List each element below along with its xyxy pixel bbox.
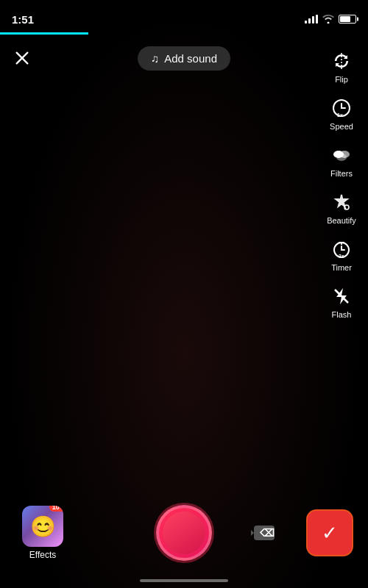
status-time: 1:51 <box>12 13 34 26</box>
timer-label: Timer <box>331 263 352 272</box>
flip-label: Flip <box>335 75 348 84</box>
right-toolbar: Flip 1x Speed Filters <box>322 44 361 323</box>
signal-icon <box>305 15 318 24</box>
status-bar: 1:51 <box>0 0 368 32</box>
filters-icon <box>329 143 354 168</box>
speed-button[interactable]: 1x Speed <box>322 91 361 135</box>
delete-icon: ⌫ <box>251 523 277 543</box>
filters-button[interactable]: Filters <box>322 138 361 182</box>
svg-text:3s: 3s <box>339 254 344 259</box>
flip-icon <box>329 49 354 74</box>
filters-label: Filters <box>330 169 353 178</box>
music-note-icon: ♫ <box>151 52 159 65</box>
recording-progress-bar <box>0 32 88 35</box>
effects-label: Effects <box>29 550 56 560</box>
flash-icon <box>329 284 354 309</box>
speed-icon: 1x <box>329 96 354 121</box>
top-controls-bar: ♫ Add sound <box>0 40 368 76</box>
svg-text:1x: 1x <box>337 112 343 118</box>
flash-label: Flash <box>332 310 352 319</box>
wifi-icon <box>322 15 334 24</box>
flash-button[interactable]: Flash <box>322 279 361 323</box>
record-button[interactable] <box>156 505 212 561</box>
beautify-button[interactable]: Beautify <box>322 185 361 229</box>
home-indicator <box>140 579 228 582</box>
delete-clip-button[interactable]: ⌫ <box>249 517 280 548</box>
svg-marker-18 <box>251 530 254 536</box>
timer-button[interactable]: 3s Timer <box>322 232 361 276</box>
effects-button[interactable]: 😊 10+ Effects <box>22 506 63 560</box>
effects-thumbnail: 😊 10+ <box>22 506 63 547</box>
flip-button[interactable]: Flip <box>322 44 361 88</box>
status-icons <box>305 15 356 24</box>
bottom-bar: 😊 10+ Effects ⌫ ✓ <box>0 500 368 566</box>
add-sound-button[interactable]: ♫ Add sound <box>138 46 230 71</box>
checkmark-icon: ✓ <box>322 522 338 545</box>
beautify-icon <box>329 190 354 215</box>
confirm-button[interactable]: ✓ <box>306 509 353 556</box>
battery-icon <box>339 15 356 24</box>
svg-text:⌫: ⌫ <box>259 527 275 539</box>
speed-label: Speed <box>330 122 353 131</box>
effects-badge: 10+ <box>49 506 63 512</box>
timer-icon: 3s <box>329 237 354 262</box>
add-sound-label: Add sound <box>164 52 217 65</box>
close-button[interactable] <box>9 45 35 71</box>
svg-point-7 <box>336 154 347 161</box>
beautify-label: Beautify <box>327 216 356 225</box>
